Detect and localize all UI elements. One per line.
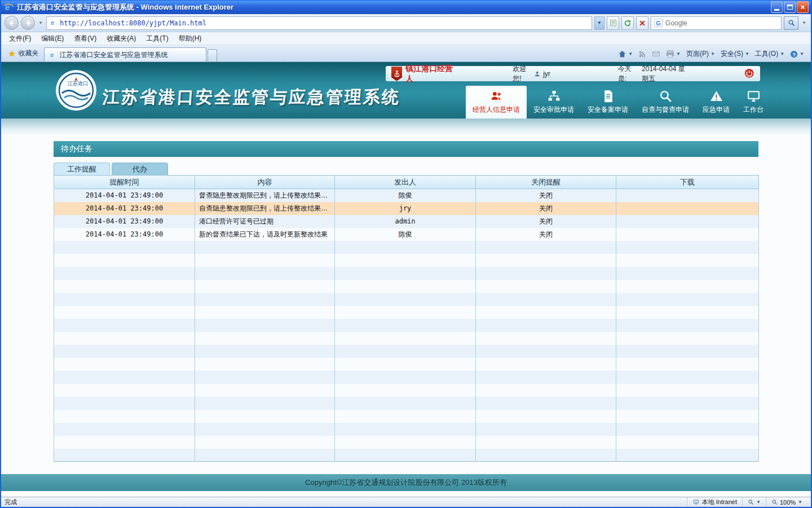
intranet-icon <box>692 499 700 505</box>
close-link[interactable]: 关闭 <box>476 202 616 215</box>
minimize-button[interactable] <box>771 1 783 13</box>
site-logo: 江苏港口 <box>55 69 97 111</box>
search-box: G <box>651 16 782 30</box>
home-button[interactable]: ▼ <box>618 50 633 58</box>
nav-safety-record[interactable]: 安全备案申请 <box>581 86 635 119</box>
table-row-empty <box>54 267 759 280</box>
maximize-button[interactable] <box>784 1 796 13</box>
cell-download <box>616 215 759 228</box>
nav-operator-info[interactable]: 经营人信息申请 <box>466 86 527 119</box>
username: jyr <box>543 70 550 78</box>
table-row: 2014-04-01 23:49:00 自查隐患整改期限已到，请上传整改结果… … <box>54 202 759 215</box>
mail-button[interactable] <box>652 50 660 58</box>
today-label: 今天是: <box>618 64 637 84</box>
magnifier-icon <box>771 499 778 505</box>
site-header: 江苏港口 江苏省港口安全监管与应急管理系统 镇江港口经营人 欢迎您! jyr <box>1 62 811 119</box>
table-row-empty <box>54 332 759 345</box>
table-row-empty <box>54 293 759 306</box>
welcome-label: 欢迎您! <box>513 64 531 84</box>
nav-workbench[interactable]: 工作台 <box>736 86 770 119</box>
print-button[interactable]: ▼ <box>666 50 681 58</box>
today-value: 2014-04-04 星期五 <box>642 64 691 84</box>
search-input[interactable] <box>665 19 778 27</box>
nav-emergency[interactable]: 应急申请 <box>696 86 736 119</box>
browser-window: e 江苏省港口安全监管与应急管理系统 - Windows Internet Ex… <box>0 0 812 508</box>
cell-time: 2014-04-01 23:49:00 <box>54 228 195 241</box>
svg-text:e: e <box>5 2 10 12</box>
table-row: 2014-04-01 23:49:00 督查隐患整改期限已到，请上传整改结果… … <box>54 189 759 202</box>
command-bar: ▼ ▼ 页面(P)▼ 安全(S)▼ 工具(O)▼ ? <box>618 49 809 62</box>
warning-icon <box>709 89 723 103</box>
site-title: 江苏省港口安全监管与应急管理系统 <box>102 86 401 109</box>
zoom-tool-icon <box>748 499 754 505</box>
cell-time: 2014-04-01 23:49:00 <box>54 215 195 228</box>
help-icon: ? <box>790 50 798 58</box>
close-link[interactable]: 关闭 <box>476 189 616 202</box>
menu-help[interactable]: 帮助(H) <box>174 32 206 45</box>
menu-edit[interactable]: 编辑(E) <box>37 32 68 45</box>
header-substrip <box>1 119 811 135</box>
new-tab-stub[interactable] <box>208 49 217 62</box>
browser-tab[interactable]: e 江苏省港口安全监管与应急管理系统 <box>44 47 206 62</box>
security-menu-button[interactable]: 安全(S)▼ <box>721 49 749 59</box>
zoom-control[interactable]: 100% ▼ <box>766 497 807 507</box>
role-tag: 镇江港口经营人 <box>391 64 453 84</box>
table-row-empty <box>54 306 759 319</box>
table-row-empty <box>54 384 759 397</box>
table-row-empty <box>54 319 759 332</box>
search-go-button[interactable] <box>784 16 798 30</box>
forward-button[interactable] <box>21 16 35 30</box>
tools-menu-button[interactable]: 工具(O)▼ <box>755 49 784 59</box>
logout-button[interactable] <box>744 68 754 80</box>
favorites-button[interactable]: ★ 收藏夹 <box>3 46 44 62</box>
close-link[interactable]: 关闭 <box>476 228 616 241</box>
table-row-empty <box>54 397 759 410</box>
tab-pending[interactable]: 代办 <box>112 163 168 175</box>
menu-bar: 文件(F) 编辑(E) 查看(V) 收藏夹(A) 工具(T) 帮助(H) <box>1 32 811 45</box>
menu-view[interactable]: 查看(V) <box>69 32 101 45</box>
feeds-button[interactable] <box>638 50 646 58</box>
table-row-empty <box>54 358 759 371</box>
address-dropdown-button[interactable]: ▼ <box>594 16 604 30</box>
help-menu-button[interactable]: ? ▼ <box>790 50 804 58</box>
url-box: e <box>46 16 592 30</box>
orgchart-icon <box>547 89 561 103</box>
page-menu-button[interactable]: 页面(P)▼ <box>686 49 715 59</box>
menu-favorites[interactable]: 收藏夹(A) <box>102 32 140 45</box>
page-icon: e <box>50 19 57 27</box>
main-content: 待办任务 工作提醒 代办 提醒时间 内容 发出人 关闭提醒 下载 <box>1 135 811 474</box>
cell-sender: jry <box>335 202 476 215</box>
table-row-empty <box>54 371 759 384</box>
close-button[interactable]: × <box>797 1 809 13</box>
nav-safety-approval[interactable]: 安全审批申请 <box>527 86 581 119</box>
table-row-empty <box>54 241 759 254</box>
stop-button[interactable]: ✕ <box>636 16 648 30</box>
menu-tools[interactable]: 工具(T) <box>142 32 173 45</box>
todo-panel: 待办任务 工作提醒 代办 提醒时间 内容 发出人 关闭提醒 下载 <box>54 141 758 462</box>
tabs-bar: ★ 收藏夹 e 江苏省港口安全监管与应急管理系统 ▼ ▼ 页面(P) <box>1 45 811 62</box>
google-icon: G <box>654 19 663 27</box>
col-header-content: 内容 <box>195 176 335 189</box>
back-button[interactable] <box>5 16 19 30</box>
panel-tabs: 工作提醒 代办 <box>54 163 758 175</box>
col-header-download: 下载 <box>616 176 759 189</box>
table-row-empty <box>54 254 759 267</box>
cell-download <box>616 189 759 202</box>
col-header-sender: 发出人 <box>335 176 476 189</box>
search-dropdown-icon[interactable]: ▼ <box>801 20 807 25</box>
protected-mode-toggle[interactable]: ▼ <box>742 497 766 507</box>
table-row-empty <box>54 449 759 462</box>
svg-text:江苏港口: 江苏港口 <box>68 81 88 86</box>
zoom-level: 100% <box>780 499 796 506</box>
nav-inspection[interactable]: 自查与督查申请 <box>635 86 696 119</box>
tab-work-reminder[interactable]: 工作提醒 <box>54 163 110 175</box>
security-zone: 本地 Intranet <box>687 497 742 507</box>
table-row-empty <box>54 280 759 293</box>
address-input[interactable] <box>60 19 589 27</box>
page-viewport: 江苏港口 江苏省港口安全监管与应急管理系统 镇江港口经营人 欢迎您! jyr <box>1 62 811 497</box>
close-link[interactable]: 关闭 <box>476 215 616 228</box>
refresh-button[interactable] <box>621 16 634 30</box>
menu-file[interactable]: 文件(F) <box>5 32 36 45</box>
compatibility-view-icon[interactable] <box>607 16 619 30</box>
history-dropdown-icon[interactable]: ▼ <box>37 20 44 25</box>
